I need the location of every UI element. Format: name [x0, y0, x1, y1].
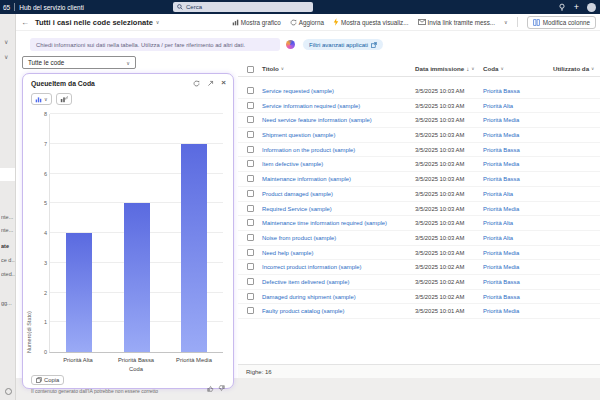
sitemap-item[interactable]: oted... — [1, 271, 16, 277]
close-icon[interactable]: × — [221, 79, 226, 87]
table-row[interactable]: Defective item delivered (sample)3/5/202… — [238, 275, 600, 290]
case-title-link[interactable]: Service information required (sample) — [262, 103, 360, 109]
view-chevron-down-icon[interactable]: ∨ — [156, 19, 160, 25]
sitemap-chevron-down-icon[interactable]: ∨ — [4, 53, 8, 60]
chart-bar[interactable] — [124, 203, 150, 352]
copy-button[interactable]: Copia — [31, 375, 64, 385]
row-checkbox[interactable] — [247, 146, 254, 153]
row-checkbox[interactable] — [247, 190, 254, 197]
case-title-link[interactable]: Shipment question (sample) — [262, 132, 335, 138]
case-title-link[interactable]: Service requested (sample) — [262, 88, 334, 94]
row-checkbox[interactable] — [247, 87, 254, 94]
sitemap-item[interactable]: nte... — [1, 227, 16, 233]
column-header-utilizzato-da[interactable]: Utilizzato da ∨ — [553, 65, 594, 72]
column-header-titolo[interactable]: Titolo ∨ — [262, 65, 284, 72]
show-chart-command[interactable]: Mostra grafico — [232, 19, 281, 26]
table-row[interactable]: Required Service (sample)3/5/2025 10:03 … — [238, 202, 600, 217]
row-checkbox[interactable] — [247, 205, 254, 212]
case-queue-link[interactable]: Priorità Media — [483, 161, 519, 167]
chart-type-dropdown[interactable]: ∨ — [31, 93, 52, 105]
row-checkbox[interactable] — [247, 102, 254, 109]
copilot-icon[interactable] — [286, 40, 295, 49]
row-checkbox[interactable] — [247, 131, 254, 138]
table-row[interactable]: Shipment question (sample)3/5/2025 10:03… — [238, 128, 600, 143]
case-queue-link[interactable]: Priorità Bassa — [483, 279, 520, 285]
case-queue-link[interactable]: Priorità Alta — [483, 220, 513, 226]
email-link-command[interactable]: Invia link tramite mess... — [418, 19, 496, 26]
case-queue-link[interactable]: Priorità Alta — [483, 191, 513, 197]
case-title-link[interactable]: Damaged during shipment (sample) — [262, 294, 356, 300]
view-selector[interactable]: Tutti i casi nelle code selezionate — [35, 18, 153, 27]
row-checkbox[interactable] — [247, 263, 254, 270]
chart-bar[interactable] — [181, 144, 207, 352]
lightbulb-icon[interactable] — [558, 3, 566, 11]
case-queue-link[interactable]: Priorità Bassa — [483, 176, 520, 182]
table-row[interactable]: Faulty product catalog (sample)3/5/2025 … — [238, 304, 600, 319]
edit-columns-button[interactable]: Modifica colonne — [527, 16, 596, 29]
sitemap-item[interactable]: nte... — [1, 214, 16, 220]
sitemap-item[interactable]: ce d... — [1, 257, 16, 263]
table-row[interactable]: Damaged during shipment (sample)3/5/2025… — [238, 290, 600, 305]
case-title-link[interactable]: Faulty product catalog (sample) — [262, 308, 345, 314]
table-row[interactable]: Service information required (sample)3/5… — [238, 99, 600, 114]
sitemap-chevron-down-icon[interactable]: ∨ — [4, 38, 8, 45]
table-row[interactable]: Noise from product (sample)3/5/2025 10:0… — [238, 231, 600, 246]
table-row[interactable]: Information on the product (sample)3/5/2… — [238, 143, 600, 158]
table-row[interactable]: Service requested (sample)3/5/2025 10:03… — [238, 84, 600, 99]
thumbs-down-icon[interactable] — [218, 385, 225, 392]
edit-chart-button[interactable] — [56, 93, 72, 105]
case-queue-link[interactable]: Priorità Bassa — [483, 147, 520, 153]
column-header-data-immissione[interactable]: Data immissione ↓ ∨ — [415, 65, 474, 72]
case-queue-link[interactable]: Priorità Alta — [483, 235, 513, 241]
case-queue-link[interactable]: Priorità Media — [483, 264, 519, 270]
chart-bar[interactable] — [66, 233, 92, 352]
more-commands-chevron-icon[interactable]: ∨ — [504, 19, 508, 25]
column-header-coda[interactable]: Coda ∨ — [483, 65, 504, 72]
row-checkbox[interactable] — [247, 175, 254, 182]
case-queue-link[interactable]: Priorità Media — [483, 308, 519, 314]
table-row[interactable]: Product damaged (sample)3/5/2025 10:03 A… — [238, 187, 600, 202]
thumbs-up-icon[interactable] — [207, 385, 214, 392]
case-title-link[interactable]: Maintenance information (sample) — [262, 176, 351, 182]
case-title-link[interactable]: Need help (sample) — [262, 250, 313, 256]
case-queue-link[interactable]: Priorità Media — [483, 132, 519, 138]
show-this-view-command[interactable]: Mostra questa visualiz... — [333, 18, 409, 26]
case-title-link[interactable]: Information on the product (sample) — [262, 147, 355, 153]
select-all-checkbox[interactable] — [247, 66, 254, 73]
global-search-input[interactable]: Cerca — [173, 2, 313, 12]
case-title-link[interactable]: Item defective (sample) — [262, 161, 323, 167]
case-title-link[interactable]: Need service feature information (sample… — [262, 117, 372, 123]
case-title-link[interactable]: Incorrect product information (sample) — [262, 264, 362, 270]
row-checkbox[interactable] — [247, 234, 254, 241]
table-row[interactable]: Need service feature information (sample… — [238, 113, 600, 128]
advanced-filters-pill[interactable]: Filtri avanzati applicati — [303, 39, 383, 50]
row-checkbox[interactable] — [247, 160, 254, 167]
refresh-icon[interactable] — [193, 80, 200, 87]
case-queue-link[interactable]: Priorità Bassa — [483, 88, 520, 94]
back-icon[interactable]: ← — [21, 18, 29, 27]
sitemap-item[interactable]: ate — [1, 243, 16, 249]
case-queue-link[interactable]: Priorità Alta — [483, 103, 513, 109]
row-checkbox[interactable] — [247, 307, 254, 314]
row-checkbox[interactable] — [247, 293, 254, 300]
copilot-ask-input[interactable]: Chiedi informazioni sui dati nella tabel… — [30, 38, 280, 51]
case-title-link[interactable]: Defective item delivered (sample) — [262, 279, 349, 285]
add-icon[interactable]: + — [574, 3, 579, 12]
case-queue-link[interactable]: Priorità Media — [483, 250, 519, 256]
help-icon[interactable] — [5, 388, 12, 395]
table-row[interactable]: Item defective (sample)3/5/2025 10:03 AM… — [238, 157, 600, 172]
case-title-link[interactable]: Required Service (sample) — [262, 206, 332, 212]
refresh-command[interactable]: Aggiorna — [290, 19, 324, 26]
table-row[interactable]: Maintenance information (sample)3/5/2025… — [238, 172, 600, 187]
row-checkbox[interactable] — [247, 278, 254, 285]
expand-icon[interactable] — [207, 80, 214, 87]
row-checkbox[interactable] — [247, 116, 254, 123]
case-queue-link[interactable]: Priorità Media — [483, 117, 519, 123]
case-queue-link[interactable]: Priorità Bassa — [483, 294, 520, 300]
case-title-link[interactable]: Maintenance time information required (s… — [262, 220, 387, 226]
case-title-link[interactable]: Noise from product (sample) — [262, 235, 336, 241]
queue-filter-dropdown[interactable]: Tutte le code ∨ — [22, 56, 136, 69]
row-checkbox[interactable] — [247, 219, 254, 226]
account-avatar[interactable] — [587, 3, 596, 12]
sitemap-selected-item[interactable] — [0, 168, 15, 181]
